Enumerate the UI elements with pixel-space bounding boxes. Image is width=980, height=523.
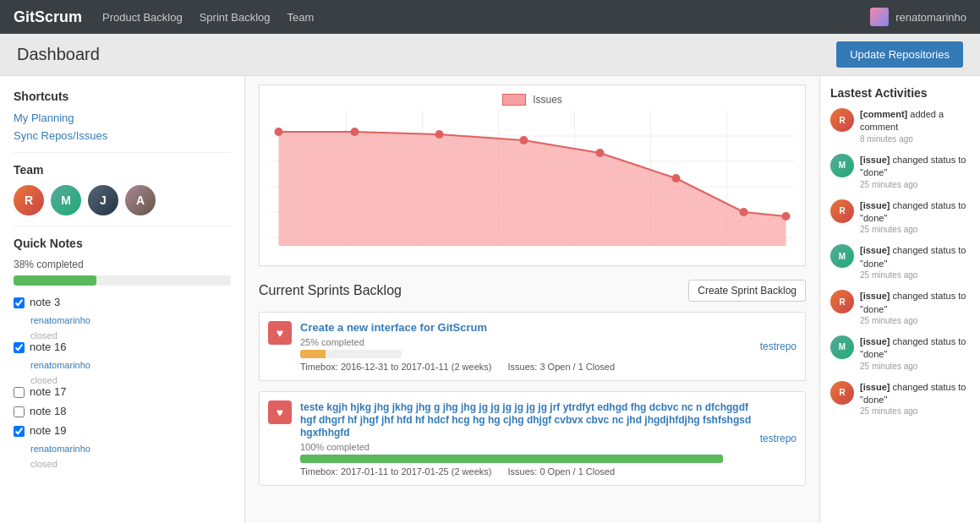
chart-legend: Issues <box>268 94 797 106</box>
svg-point-19 <box>782 212 791 221</box>
sprint-1-progress-bar <box>300 350 402 358</box>
activity-avatar-1: M <box>830 154 854 177</box>
username: renatomarinho <box>895 11 966 24</box>
note-item-16: note 16 <box>14 340 231 353</box>
shortcuts-title: Shortcuts <box>14 90 231 103</box>
sprint-1-progress-fill <box>300 350 326 358</box>
svg-point-18 <box>740 208 748 216</box>
main-content: Issues <box>245 76 819 523</box>
sprints-header: Current Sprints Backlog Create Sprint Ba… <box>259 280 806 302</box>
activity-avatar-6: R <box>830 381 854 405</box>
activity-avatar-0: R <box>830 108 854 132</box>
sprint-2-info: teste kgjh hjkg jhg jkhg jhg g jhg jhg j… <box>300 400 752 477</box>
team-avatar-3[interactable]: J <box>88 185 118 215</box>
note-19-closed: renatomarinho closed <box>30 444 231 469</box>
sprint-1-title: Create a new interface for GitScrum <box>300 321 752 334</box>
activity-text-3: [issue] changed status to "done" 25 minu… <box>860 244 970 280</box>
sprint-2-heart-icon: ♥ <box>268 400 292 424</box>
note-18-checkbox[interactable] <box>14 406 25 417</box>
note-16-user[interactable]: renatomarinho <box>30 360 231 370</box>
activity-text-6: [issue] changed status to "done" 25 minu… <box>860 381 970 417</box>
note-19-text: note 19 <box>30 424 66 437</box>
note-16-text: note 16 <box>30 340 66 353</box>
sprint-1-meta: Timebox: 2016-12-31 to 2017-01-11 (2 wee… <box>300 362 752 372</box>
svg-point-17 <box>672 174 681 183</box>
note-item-18: note 18 <box>14 405 231 417</box>
sprint-2-title-link[interactable]: teste kgjh hjkg jhg jkhg jhg g jhg jhg j… <box>300 401 751 439</box>
chart-svg <box>268 111 797 254</box>
sprint-1-heart-icon: ♥ <box>268 321 292 345</box>
activity-item-2: R [issue] changed status to "done" 25 mi… <box>830 199 970 235</box>
activities-title: Lastest Activities <box>830 86 970 100</box>
team-avatar-1[interactable]: R <box>14 185 44 215</box>
sprint-2-title: teste kgjh hjkg jhg jkhg jhg g jhg jhg j… <box>300 400 752 439</box>
sprint-card-2-body: ♥ teste kgjh hjkg jhg jkhg jhg g jhg jhg… <box>260 392 805 485</box>
team-avatar-2[interactable]: M <box>51 185 81 215</box>
sprint-2-progress-bar <box>300 455 723 463</box>
note-19-checkbox[interactable] <box>14 426 25 437</box>
sprint-card-1: ♥ Create a new interface for GitScrum 25… <box>259 312 806 381</box>
sprint-1-timebox: Timebox: 2016-12-31 to 2017-01-11 (2 wee… <box>300 362 498 372</box>
sprint-1-progress-label: 25% completed <box>300 337 752 347</box>
sprint-1-issues: Issues: 3 Open / 1 Closed <box>508 362 616 372</box>
activity-text-4: [issue] changed status to "done" 25 minu… <box>860 290 970 325</box>
notes-progress-fill <box>14 275 96 286</box>
sprints-title: Current Sprints Backlog <box>259 283 402 298</box>
note-16-checkbox[interactable] <box>14 342 25 353</box>
sprint-1-title-link[interactable]: Create a new interface for GitScrum <box>300 321 487 334</box>
navbar: GitScrum Product Backlog Sprint Backlog … <box>0 0 980 34</box>
sprint-1-info: Create a new interface for GitScrum 25% … <box>300 321 752 372</box>
activity-avatar-2: R <box>830 199 854 223</box>
svg-point-16 <box>596 149 605 157</box>
note-3-user[interactable]: renatomarinho <box>30 315 231 325</box>
notes-progress-label: 38% completed <box>14 259 231 270</box>
activity-avatar-3: M <box>830 244 854 268</box>
activity-text-1: [issue] changed status to "done" 25 minu… <box>860 154 970 189</box>
note-item-17: note 17 <box>14 385 231 398</box>
nav-product-backlog[interactable]: Product Backlog <box>102 11 183 24</box>
activity-text-0: [comment] added a comment 8 minutes ago <box>860 108 970 144</box>
layout: Shortcuts My Planning Sync Repos/Issues … <box>0 76 980 523</box>
note-19-user[interactable]: renatomarinho <box>30 444 231 454</box>
note-3-checkbox[interactable] <box>14 297 25 308</box>
team-avatar-4[interactable]: A <box>125 185 156 215</box>
note-16-closed: renatomarinho closed <box>30 360 231 385</box>
quick-notes-title: Quick Notes <box>14 237 231 250</box>
note-18-text: note 18 <box>30 405 66 417</box>
sidebar-divider-1 <box>14 152 231 153</box>
activity-item-5: M [issue] changed status to "done" 25 mi… <box>830 335 970 371</box>
activity-avatar-5: M <box>830 335 854 359</box>
notes-progress-bar <box>14 275 231 286</box>
sprint-card-1-body: ♥ Create a new interface for GitScrum 25… <box>260 313 805 380</box>
sprint-2-timebox: Timebox: 2017-01-11 to 2017-01-25 (2 wee… <box>300 466 498 477</box>
note-17-checkbox[interactable] <box>14 387 25 398</box>
burndown-chart: Issues <box>259 84 806 266</box>
activity-item-0: R [comment] added a comment 8 minutes ag… <box>830 108 970 144</box>
sprint-1-repo-link[interactable]: testrepo <box>760 340 797 352</box>
header-bar: Dashboard Update Repositories <box>0 34 980 76</box>
my-planning-link[interactable]: My Planning <box>14 112 231 124</box>
activity-text-5: [issue] changed status to "done" 25 minu… <box>860 335 970 371</box>
team-title: Team <box>14 163 231 177</box>
note-item-19: note 19 <box>14 424 231 437</box>
activities-panel: Lastest Activities R [comment] added a c… <box>819 76 980 523</box>
activity-item-4: R [issue] changed status to "done" 25 mi… <box>830 290 970 325</box>
nav-team[interactable]: Team <box>287 11 315 24</box>
sprint-2-repo-link[interactable]: testrepo <box>760 433 797 444</box>
update-repositories-button[interactable]: Update Repositories <box>836 41 963 68</box>
brand[interactable]: GitScrum <box>14 8 82 26</box>
sprint-2-progress-fill <box>300 455 723 463</box>
sync-repos-link[interactable]: Sync Repos/Issues <box>14 129 231 142</box>
activity-item-6: R [issue] changed status to "done" 25 mi… <box>830 381 970 417</box>
activity-text-2: [issue] changed status to "done" 25 minu… <box>860 199 970 235</box>
activity-avatar-4: R <box>830 290 854 313</box>
activity-item-3: M [issue] changed status to "done" 25 mi… <box>830 244 970 280</box>
team-avatars: R M J A <box>14 185 231 215</box>
create-sprint-button[interactable]: Create Sprint Backlog <box>688 280 806 302</box>
sprint-2-issues: Issues: 0 Open / 1 Closed <box>508 466 616 477</box>
nav-sprint-backlog[interactable]: Sprint Backlog <box>200 11 271 24</box>
sprint-card-2: ♥ teste kgjh hjkg jhg jkhg jhg g jhg jhg… <box>259 391 806 486</box>
svg-marker-11 <box>279 132 786 246</box>
navbar-user: renatomarinho <box>870 8 966 26</box>
sidebar: Shortcuts My Planning Sync Repos/Issues … <box>0 76 245 523</box>
